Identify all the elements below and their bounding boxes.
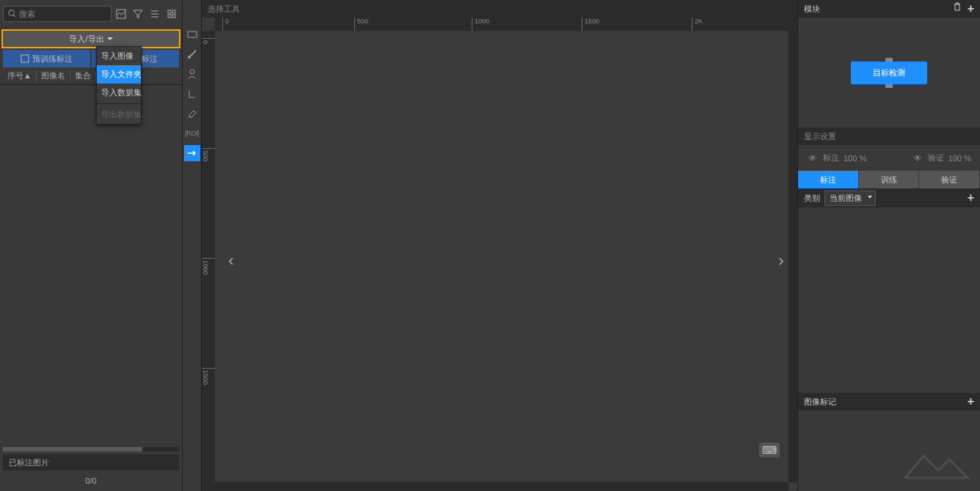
marker-area [798, 410, 980, 491]
ruler-tick: 1000 [202, 258, 215, 275]
svg-rect-8 [168, 15, 171, 18]
svg-point-13 [188, 56, 191, 59]
ruler-tick: 500 [202, 148, 215, 161]
ruler-tick: 2K [692, 18, 703, 31]
center-header: 选择工具 [202, 0, 797, 18]
keyboard-icon[interactable]: ⌨ [759, 443, 780, 457]
category-label: 类别 [804, 193, 820, 204]
ruler-tick: 1500 [582, 18, 599, 31]
svg-rect-9 [172, 15, 175, 18]
brush-tool[interactable] [184, 46, 200, 62]
list-icon[interactable] [147, 7, 162, 21]
count-label: 0/0 [3, 473, 179, 488]
eye-icon[interactable]: 👁 [807, 154, 819, 163]
vis-label-annotation: 标注 [823, 152, 839, 163]
search-placeholder: 搜索 [19, 9, 35, 20]
module-graph: 目标检测 [798, 18, 980, 128]
vis-pct-verify: 100 % [948, 154, 971, 163]
svg-point-14 [190, 70, 194, 74]
roi-tool[interactable]: [ROI] [184, 125, 200, 141]
ruler-tick: 500 [354, 18, 368, 31]
svg-line-1 [13, 15, 15, 17]
ruler-tick: 1000 [472, 18, 489, 31]
vis-pct-annotation: 100 % [844, 154, 866, 163]
eraser-tool[interactable] [184, 106, 200, 122]
ruler-vertical: 0 500 1000 1500 [202, 31, 215, 491]
col-seq[interactable]: 序号▲ [3, 70, 37, 81]
pretrain-label-text: 预训练标注 [32, 53, 73, 64]
import-export-button[interactable]: 导入/导出 [3, 31, 179, 47]
tool-toolbar: [ROI] [183, 0, 202, 491]
vis-label-verify: 验证 [928, 152, 944, 163]
dropdown-import-image[interactable]: 导入图像 [97, 47, 141, 65]
canvas-scrollbar-v[interactable] [789, 31, 797, 482]
canvas-scrollbar-h[interactable] [215, 482, 789, 491]
chevron-down-icon [868, 196, 872, 199]
svg-rect-10 [21, 55, 29, 62]
pretrain-label-button[interactable]: 预训练标注 [3, 50, 90, 67]
tab-verify[interactable]: 验证 [919, 171, 979, 188]
category-list [798, 207, 980, 393]
dropdown-separator [97, 103, 141, 104]
file-list [0, 85, 182, 447]
search-icon [8, 10, 16, 19]
import-export-label: 导入/导出 [69, 34, 103, 45]
funnel-icon[interactable] [131, 7, 145, 21]
dropdown-import-dataset[interactable]: 导入数据集 [97, 84, 141, 102]
left-scrollbar[interactable] [3, 447, 179, 451]
category-select[interactable]: 当前图像 [824, 191, 876, 206]
ruler-horizontal: 0 500 1000 1500 2K [215, 18, 797, 31]
module-node[interactable]: 目标检测 [851, 62, 927, 84]
rect-tool[interactable] [184, 26, 200, 43]
svg-point-0 [9, 10, 14, 15]
status-bar: 已标注图片 [3, 454, 179, 470]
svg-rect-12 [188, 32, 197, 37]
ruler-tick: 1500 [202, 368, 215, 385]
canvas[interactable]: ‹ › ⌨ [215, 31, 797, 491]
prev-image-button[interactable]: ‹ [218, 244, 244, 278]
tab-train[interactable]: 训练 [859, 171, 919, 188]
ruler-tick: 0 [222, 18, 229, 31]
col-name[interactable]: 图像名 [37, 70, 70, 81]
grid-icon[interactable] [164, 7, 179, 21]
ruler-tick: 0 [202, 38, 215, 44]
col-set[interactable]: 集合 [70, 70, 96, 81]
plus-icon[interactable]: + [968, 2, 974, 15]
category-select-value: 当前图像 [830, 193, 862, 202]
marker-title: 图像标记 [804, 396, 836, 407]
dropdown-export-dataset: 导出数据集 [97, 106, 141, 124]
svg-rect-6 [168, 10, 171, 13]
eye-icon[interactable]: 👁 [912, 154, 924, 163]
module-title: 模块 [804, 4, 820, 15]
chevron-down-icon [107, 37, 113, 40]
image-filter-icon[interactable] [114, 7, 128, 21]
display-header: 显示设置 [798, 128, 980, 145]
add-category-icon[interactable]: + [968, 191, 974, 204]
shape-tool[interactable] [184, 86, 200, 102]
user-tool[interactable] [184, 66, 200, 82]
svg-rect-7 [172, 10, 175, 13]
dropdown-import-folder[interactable]: 导入文件夹 [97, 65, 141, 84]
module-panel-header: 模块 + [798, 0, 980, 18]
trash-icon[interactable] [953, 2, 962, 15]
search-input[interactable]: 搜索 [3, 6, 111, 22]
import-dropdown: 导入图像 导入文件夹 导入数据集 导出数据集 [96, 46, 142, 125]
add-marker-icon[interactable]: + [968, 395, 974, 408]
tab-annotation[interactable]: 标注 [798, 171, 858, 188]
watermark-icon [898, 448, 971, 487]
arrow-tool[interactable] [184, 145, 200, 161]
